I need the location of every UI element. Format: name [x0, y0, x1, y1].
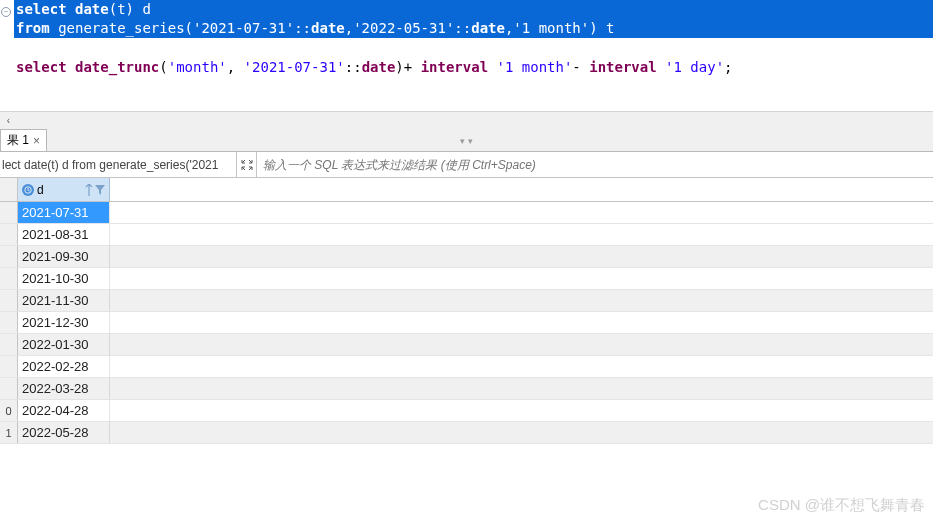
query-preview: lect date(t) d from generate_series('202…: [0, 152, 237, 177]
filter-input[interactable]: [257, 152, 933, 177]
cell-d[interactable]: 2021-10-30: [18, 268, 110, 289]
tab-label: 果 1: [7, 132, 29, 149]
row-number[interactable]: 0: [0, 400, 18, 421]
grid-header-row: d: [0, 178, 933, 202]
sql-editor[interactable]: − select date(t) d from generate_series(…: [0, 0, 933, 111]
table-row[interactable]: 2022-03-28: [0, 378, 933, 400]
table-row[interactable]: 2022-01-30: [0, 334, 933, 356]
close-icon[interactable]: ×: [33, 134, 40, 148]
scroll-left-icon[interactable]: ‹: [0, 112, 17, 129]
cell-d[interactable]: 2021-07-31: [18, 202, 110, 223]
cell-d[interactable]: 2022-01-30: [18, 334, 110, 355]
row-number[interactable]: [0, 312, 18, 333]
clock-icon: [22, 184, 34, 196]
column-name: d: [37, 183, 44, 197]
row-number[interactable]: 1: [0, 422, 18, 443]
row-number[interactable]: [0, 246, 18, 267]
sql-line-2[interactable]: from generate_series('2021-07-31'::date,…: [14, 19, 933, 38]
cell-d[interactable]: 2022-03-28: [18, 378, 110, 399]
row-number-header[interactable]: [0, 178, 18, 201]
cell-d[interactable]: 2022-05-28: [18, 422, 110, 443]
table-row[interactable]: 2021-11-30: [0, 290, 933, 312]
row-number[interactable]: [0, 290, 18, 311]
fold-icon[interactable]: −: [1, 7, 11, 17]
cell-d[interactable]: 2022-04-28: [18, 400, 110, 421]
row-number[interactable]: [0, 378, 18, 399]
sql-line-1[interactable]: select date(t) d: [14, 0, 933, 19]
filter-icon[interactable]: [95, 184, 105, 196]
row-number[interactable]: [0, 356, 18, 377]
filter-bar: lect date(t) d from generate_series('202…: [0, 152, 933, 178]
cell-d[interactable]: 2021-11-30: [18, 290, 110, 311]
table-row[interactable]: 2021-10-30: [0, 268, 933, 290]
row-number[interactable]: [0, 202, 18, 223]
cell-d[interactable]: 2021-12-30: [18, 312, 110, 333]
table-row[interactable]: 2021-08-31: [0, 224, 933, 246]
table-row[interactable]: 2021-07-31: [0, 202, 933, 224]
table-row[interactable]: 2021-09-30: [0, 246, 933, 268]
editor-hscrollbar[interactable]: ‹: [0, 111, 933, 128]
expand-icon[interactable]: [237, 152, 257, 177]
row-number[interactable]: [0, 268, 18, 289]
table-row[interactable]: 2022-02-28: [0, 356, 933, 378]
watermark: CSDN @谁不想飞舞青春: [758, 496, 925, 515]
tab-result-1[interactable]: 果 1 ×: [0, 129, 47, 151]
cell-d[interactable]: 2021-08-31: [18, 224, 110, 245]
table-row[interactable]: 2021-12-30: [0, 312, 933, 334]
table-row[interactable]: 12022-05-28: [0, 422, 933, 444]
row-number[interactable]: [0, 224, 18, 245]
pane-drag-handle-icon[interactable]: ▾ ▾: [447, 136, 487, 142]
table-row[interactable]: 02022-04-28: [0, 400, 933, 422]
results-grid: d 2021-07-312021-08-312021-09-302021-10-…: [0, 178, 933, 444]
cell-d[interactable]: 2022-02-28: [18, 356, 110, 377]
cell-d[interactable]: 2021-09-30: [18, 246, 110, 267]
sort-icon[interactable]: [84, 184, 94, 196]
column-header-d[interactable]: d: [18, 178, 110, 201]
sql-line-3[interactable]: select date_trunc('month', '2021-07-31':…: [14, 58, 933, 77]
row-number[interactable]: [0, 334, 18, 355]
